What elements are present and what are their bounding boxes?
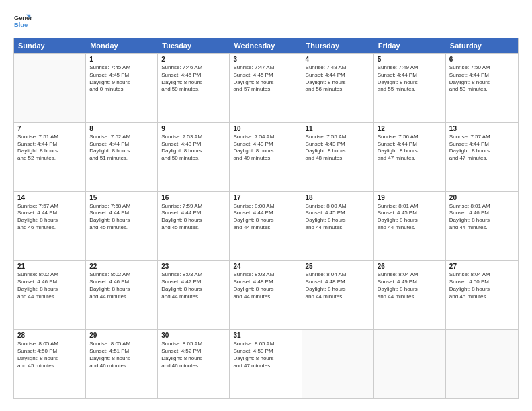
weekday-header: Wednesday (230, 38, 302, 53)
cell-line: Sunset: 4:45 PM (306, 210, 370, 217)
cell-line: Sunrise: 8:04 AM (449, 271, 515, 279)
cell-line: Sunrise: 8:05 AM (233, 340, 298, 348)
cell-line: Sunrise: 8:05 AM (17, 340, 82, 348)
cell-line: Sunset: 4:50 PM (449, 279, 515, 286)
cell-line: and 45 minutes. (89, 224, 154, 232)
cell-line: Daylight: 8 hours (17, 217, 82, 224)
logo: GeneralBlue (13, 12, 32, 31)
calendar-cell (446, 330, 518, 398)
calendar-cell: 6Sunrise: 7:50 AMSunset: 4:44 PMDaylight… (446, 54, 518, 122)
day-number: 2 (161, 56, 226, 63)
cell-line: Sunset: 4:49 PM (378, 279, 442, 286)
cell-line: and 57 minutes. (233, 86, 298, 93)
day-number: 4 (306, 56, 370, 63)
cell-line: Sunrise: 8:02 AM (89, 271, 154, 279)
cell-line: Daylight: 8 hours (449, 286, 515, 293)
cell-line: Daylight: 8 hours (89, 148, 154, 155)
cell-line: Sunset: 4:44 PM (378, 141, 442, 148)
cell-line: Daylight: 8 hours (161, 286, 226, 293)
weekday-header: Thursday (302, 38, 374, 53)
cell-line: Sunrise: 8:00 AM (306, 203, 370, 210)
day-number: 5 (378, 56, 442, 63)
weekday-header: Saturday (446, 38, 518, 53)
day-number: 19 (378, 194, 442, 201)
cell-line: Daylight: 8 hours (378, 79, 442, 87)
day-number: 27 (449, 263, 515, 270)
cell-line: Sunset: 4:44 PM (449, 72, 515, 79)
cell-line: Sunset: 4:45 PM (233, 72, 298, 79)
day-number: 23 (161, 263, 226, 270)
svg-text:Blue: Blue (14, 21, 28, 28)
cell-line: Daylight: 8 hours (449, 148, 515, 155)
day-number: 18 (306, 194, 370, 201)
cell-line: Sunrise: 7:54 AM (233, 134, 298, 141)
cell-line: Sunrise: 7:51 AM (17, 134, 82, 141)
calendar-cell: 15Sunrise: 7:58 AMSunset: 4:44 PMDayligh… (86, 192, 158, 261)
weekday-header: Monday (86, 38, 158, 53)
day-number: 13 (449, 125, 515, 132)
cell-line: Daylight: 8 hours (449, 79, 515, 87)
day-number: 22 (89, 263, 154, 270)
day-number: 7 (17, 125, 82, 132)
day-number: 30 (161, 332, 226, 339)
calendar-cell: 11Sunrise: 7:55 AMSunset: 4:43 PMDayligh… (302, 123, 374, 191)
cell-line: Sunrise: 7:46 AM (161, 64, 226, 72)
cell-line: and 49 minutes. (233, 155, 298, 163)
cell-line: Sunset: 4:45 PM (378, 210, 442, 217)
logo-icon: GeneralBlue (13, 12, 32, 31)
cell-line: Daylight: 8 hours (89, 286, 154, 293)
calendar-cell: 16Sunrise: 7:59 AMSunset: 4:44 PMDayligh… (158, 192, 230, 261)
cell-line: Sunrise: 7:49 AM (378, 64, 442, 72)
calendar-cell: 22Sunrise: 8:02 AMSunset: 4:46 PMDayligh… (86, 261, 158, 329)
cell-line: and 45 minutes. (17, 363, 82, 370)
calendar-cell: 28Sunrise: 8:05 AMSunset: 4:50 PMDayligh… (14, 330, 86, 398)
cell-line: and 53 minutes. (449, 86, 515, 93)
cell-line: Sunset: 4:48 PM (233, 279, 298, 286)
cell-line: and 44 minutes. (89, 293, 154, 301)
day-number: 14 (17, 194, 82, 201)
day-number: 6 (449, 56, 515, 63)
cell-line: Sunset: 4:46 PM (17, 279, 82, 286)
calendar-cell: 5Sunrise: 7:49 AMSunset: 4:44 PMDaylight… (374, 54, 446, 122)
cell-line: Daylight: 8 hours (378, 286, 442, 293)
cell-line: Sunset: 4:45 PM (89, 72, 154, 79)
page: GeneralBlue SundayMondayTuesdayWednesday… (0, 0, 532, 411)
cell-line: Sunset: 4:44 PM (449, 141, 515, 148)
calendar-row: 7Sunrise: 7:51 AMSunset: 4:44 PMDaylight… (14, 122, 518, 191)
cell-line: Daylight: 8 hours (161, 79, 226, 87)
cell-line: Sunrise: 8:01 AM (378, 203, 442, 210)
cell-line: Sunset: 4:45 PM (161, 72, 226, 79)
cell-line: Daylight: 8 hours (306, 286, 370, 293)
cell-line: and 45 minutes. (449, 293, 515, 301)
cell-line: Sunset: 4:43 PM (306, 141, 370, 148)
day-number: 21 (17, 263, 82, 270)
cell-line: and 44 minutes. (378, 293, 442, 301)
calendar-cell: 13Sunrise: 7:57 AMSunset: 4:44 PMDayligh… (446, 123, 518, 191)
cell-line: Sunrise: 7:57 AM (17, 203, 82, 210)
day-number: 26 (378, 263, 442, 270)
cell-line: Sunrise: 7:45 AM (89, 64, 154, 72)
cell-line: Daylight: 8 hours (17, 148, 82, 155)
cell-line: and 56 minutes. (306, 86, 370, 93)
calendar-cell: 23Sunrise: 8:03 AMSunset: 4:47 PMDayligh… (158, 261, 230, 329)
weekday-header: Tuesday (158, 38, 230, 53)
day-number: 25 (306, 263, 370, 270)
cell-line: Sunset: 4:44 PM (161, 210, 226, 217)
cell-line: and 44 minutes. (306, 224, 370, 232)
cell-line: Daylight: 8 hours (161, 355, 226, 363)
calendar-cell: 26Sunrise: 8:04 AMSunset: 4:49 PMDayligh… (374, 261, 446, 329)
calendar-cell: 1Sunrise: 7:45 AMSunset: 4:45 PMDaylight… (86, 54, 158, 122)
calendar-cell: 30Sunrise: 8:05 AMSunset: 4:52 PMDayligh… (158, 330, 230, 398)
day-number: 11 (306, 125, 370, 132)
cell-line: and 47 minutes. (449, 155, 515, 163)
cell-line: Sunset: 4:51 PM (89, 348, 154, 355)
weekday-header: Friday (374, 38, 446, 53)
cell-line: Sunrise: 7:55 AM (306, 134, 370, 141)
cell-line: and 45 minutes. (161, 224, 226, 232)
day-number: 29 (89, 332, 154, 339)
calendar-cell: 2Sunrise: 7:46 AMSunset: 4:45 PMDaylight… (158, 54, 230, 122)
calendar-cell: 4Sunrise: 7:48 AMSunset: 4:44 PMDaylight… (302, 54, 374, 122)
calendar-cell: 3Sunrise: 7:47 AMSunset: 4:45 PMDaylight… (230, 54, 302, 122)
cell-line: and 44 minutes. (378, 224, 442, 232)
cell-line: and 52 minutes. (17, 155, 82, 163)
